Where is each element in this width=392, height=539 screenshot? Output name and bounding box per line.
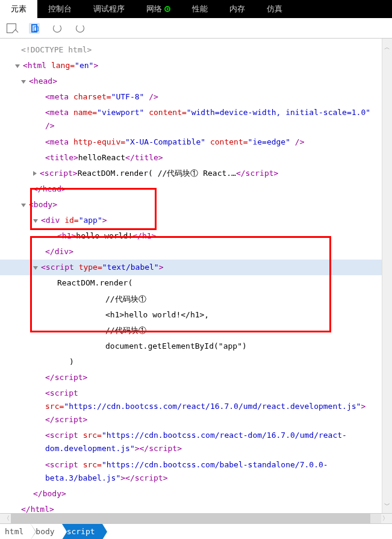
html-open[interactable]: <html lang="en"> [23,61,98,70]
record-icon [164,6,170,12]
select-element-icon[interactable] [6,23,17,34]
script-babel-open[interactable]: <script type="text/babel"> [41,263,164,272]
tab-performance[interactable]: 性能 [181,0,219,18]
scrollbar-thumb[interactable] [11,514,370,523]
body-open[interactable]: <body> [29,200,57,209]
head-close[interactable]: </head> [33,184,66,193]
script-content[interactable]: //代码块① [105,326,146,335]
div-app-open[interactable]: <div id="app"> [41,216,107,225]
tab-emulation[interactable]: 仿真 [256,0,293,18]
script-babel[interactable]: <script src="https://cdn.bootcss.com/bab… [45,460,328,482]
chevron-left-icon: 〈 [4,514,10,523]
tab-console[interactable]: 控制台 [37,0,82,18]
expand-toggle[interactable] [33,219,38,223]
script-react[interactable]: <script src="https://cdn.bootcss.com/rea… [45,388,366,424]
expand-toggle[interactable] [33,171,37,176]
script-content[interactable]: ReactDOM.render( [57,278,132,287]
head-open[interactable]: <head> [29,76,57,86]
title-node[interactable]: <title>helloReact</title> [45,153,163,162]
meta-compat[interactable]: <meta http-equiv="X-UA-Compatible" conte… [45,137,305,146]
tab-debugger[interactable]: 调试程序 [82,0,135,18]
expand-toggle[interactable] [15,64,20,68]
html-close[interactable]: </html> [21,505,54,514]
chevron-up-icon: ︿ [384,43,390,52]
crumb-html[interactable]: html [0,524,31,539]
toolbar [0,18,392,39]
doctype-node[interactable]: <!DOCTYPE html> [21,45,92,54]
crumb-script[interactable]: script [62,524,102,539]
script-close[interactable]: </script> [45,373,87,382]
horizontal-scrollbar[interactable]: 〈 〉 [0,513,392,523]
h1-node[interactable]: <h1>hello world!</h1> [57,231,156,240]
script-content[interactable]: ) [69,357,74,366]
meta-charset[interactable]: <meta charset="UTF-8" /> [45,92,158,101]
redo-icon[interactable] [75,23,86,34]
breadcrumb: html body script [0,523,392,539]
tab-memory[interactable]: 内存 [219,0,256,18]
chevron-right-icon: 〉 [382,514,388,523]
body-close[interactable]: </body> [33,489,66,498]
script-content[interactable]: document.getElementById("app") [105,341,247,351]
dom-tree[interactable]: <!DOCTYPE html> <html lang="en"> <head> … [0,39,392,514]
script-content[interactable]: <h1>hello world!</h1>, [105,310,209,319]
expand-toggle[interactable] [21,204,26,207]
vertical-scrollbar[interactable]: ︿ ﹀ [382,39,392,514]
chevron-down-icon: ﹀ [384,501,390,509]
expand-toggle[interactable] [21,80,26,84]
script-content[interactable]: //代码块① [105,294,146,304]
reload-icon[interactable] [52,23,63,34]
tab-elements[interactable]: 元素 [0,0,37,18]
highlight-icon[interactable] [29,23,40,34]
meta-viewport[interactable]: <meta name="viewport" content="width=dev… [45,108,370,130]
expand-toggle[interactable] [33,266,38,270]
tab-network[interactable]: 网络 [135,0,181,18]
div-close[interactable]: </div> [45,247,73,256]
scrollbar-track[interactable] [11,514,381,523]
script-reactdom[interactable]: <script src="https://cdn.bootcss.com/rea… [45,431,347,453]
devtools-tabs: 元素 控制台 调试程序 网络 性能 内存 仿真 [0,0,392,18]
script-collapsed[interactable]: <script>ReactDOM.render( //代码块① React.…<… [40,169,278,178]
